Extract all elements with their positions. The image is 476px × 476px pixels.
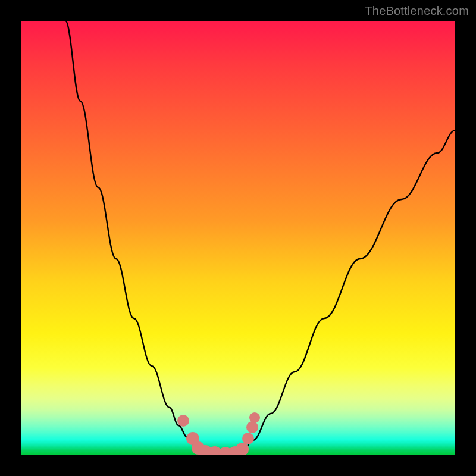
marker-dot [246,421,258,433]
marker-dot [177,415,189,427]
bottleneck-curve [65,21,455,454]
chart-plot-area [21,21,455,455]
watermark-text: TheBottleneck.com [365,4,469,18]
curve-left [65,21,226,454]
curve-right [226,130,455,454]
chart-frame: TheBottleneck.com [0,0,476,476]
chart-svg [21,21,455,455]
curve-markers [177,412,260,455]
marker-dot [236,443,249,455]
marker-dot [242,433,254,444]
marker-dot [249,412,260,423]
